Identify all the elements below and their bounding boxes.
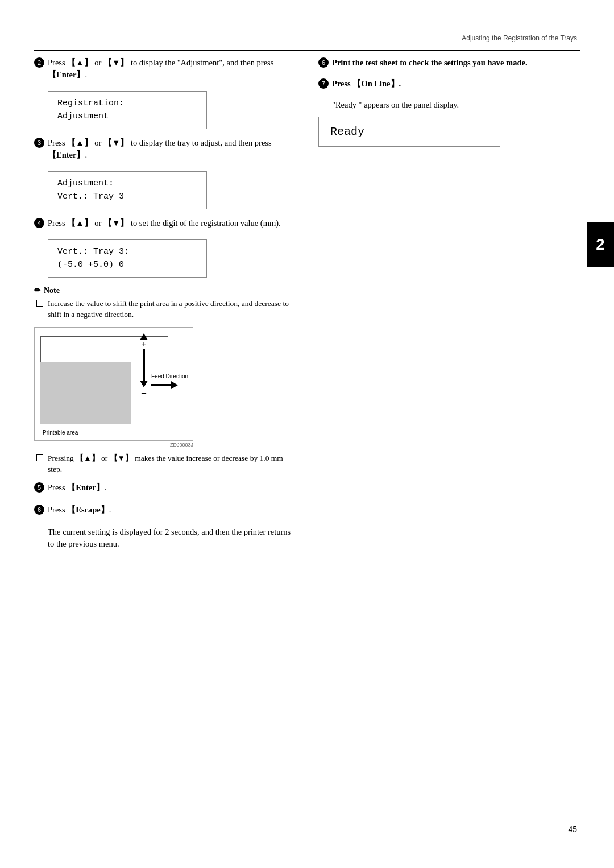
vertical-arrow: + –	[140, 333, 148, 398]
note-text-1: Increase the value to shift the print ar…	[48, 299, 296, 320]
step-3-number: 3	[34, 138, 44, 148]
feed-arrow	[151, 381, 178, 389]
top-rule	[34, 50, 580, 51]
diagram-container: + – Feed Direction	[34, 327, 193, 448]
right-column: 6 Print the test sheet to check the sett…	[318, 57, 580, 811]
note-item-1: Increase the value to shift the print ar…	[34, 299, 296, 320]
left-column: 2 Press 【▲】 or 【▼】 to display the "Adjus…	[34, 57, 296, 811]
step-5: 5 Press 【Enter】.	[34, 482, 296, 494]
header-text: Adjusting the Registration of the Trays	[462, 34, 577, 42]
arrow-shaft-horizontal	[151, 384, 171, 386]
printable-area-label: Printable area	[43, 429, 78, 436]
step-6-desc: The current setting is displayed for 2 s…	[48, 526, 296, 550]
note-pencil-icon: ✏	[34, 286, 41, 295]
page-number: 45	[568, 825, 577, 834]
step-3: 3 Press 【▲】 or 【▼】 to display the tray t…	[34, 137, 296, 161]
section-tab: 2	[587, 222, 614, 267]
plus-sign: +	[141, 340, 146, 349]
ready-lcd: Ready	[318, 117, 500, 147]
arrow-shaft-vertical	[143, 349, 145, 381]
step-7: 7 Press 【On Line】.	[318, 78, 580, 90]
arrow-head-right	[171, 381, 178, 389]
lcd1-line1: Registration:	[57, 98, 124, 108]
note-title: Note	[44, 286, 60, 295]
step-2-text: Press 【▲】 or 【▼】 to display the "Adjustm…	[48, 57, 296, 81]
step-4-number: 4	[34, 218, 44, 228]
columns: 2 Press 【▲】 or 【▼】 to display the "Adjus…	[34, 57, 580, 811]
step-5-text: Press 【Enter】.	[48, 482, 106, 494]
step-2-number: 2	[34, 57, 44, 68]
lcd2-line1: Adjustment:	[57, 179, 114, 188]
note-text-2: Pressing 【▲】 or 【▼】 makes the value incr…	[48, 453, 296, 475]
lcd-display-1: Registration: Adjustment	[48, 91, 207, 129]
ready-description: "Ready " appears on the panel display.	[332, 99, 580, 111]
lcd3-line2: (-5.0 +5.0) 0	[57, 260, 124, 270]
arrow-head-down	[140, 381, 148, 387]
minus-sign: –	[142, 388, 146, 398]
note-item-2: Pressing 【▲】 or 【▼】 makes the value incr…	[34, 453, 296, 475]
step-6-left-text: Press 【Escape】.	[48, 504, 111, 516]
step-6-right: 6 Print the test sheet to check the sett…	[318, 57, 580, 69]
note-checkbox-2	[36, 454, 43, 461]
note-checkbox-1	[36, 300, 43, 307]
step-6-desc-text: The current setting is displayed for 2 s…	[48, 527, 291, 548]
lcd-display-3: Vert.: Tray 3: (-5.0 +5.0) 0	[48, 239, 207, 278]
step-5-number: 5	[34, 482, 44, 493]
print-area	[40, 362, 131, 424]
step-4: 4 Press 【▲】 or 【▼】 to set the digit of t…	[34, 217, 296, 229]
feed-direction: Feed Direction	[151, 373, 188, 389]
diagram-id: ZDJ0003J	[34, 442, 193, 448]
note-section: ✏ Note Increase the value to shift the p…	[34, 286, 296, 320]
ready-desc-text: "Ready " appears on the panel display.	[332, 100, 459, 109]
step-7-number: 7	[318, 78, 329, 89]
feed-direction-label: Feed Direction	[151, 373, 188, 379]
step-6-right-text: Print the test sheet to check the settin…	[332, 57, 528, 69]
step-6-right-number: 6	[318, 57, 329, 68]
lcd-display-2: Adjustment: Vert.: Tray 3	[48, 171, 207, 209]
step-7-text: Press 【On Line】.	[332, 78, 401, 90]
step-4-text: Press 【▲】 or 【▼】 to set the digit of the…	[48, 217, 281, 229]
note-header: ✏ Note	[34, 286, 296, 295]
section-number: 2	[596, 235, 605, 254]
lcd2-line2: Vert.: Tray 3	[57, 192, 124, 201]
step-2: 2 Press 【▲】 or 【▼】 to display the "Adjus…	[34, 57, 296, 81]
step-6-left: 6 Press 【Escape】.	[34, 504, 296, 516]
lcd1-line2: Adjustment	[57, 111, 109, 121]
step-3-text: Press 【▲】 or 【▼】 to display the tray to …	[48, 137, 296, 161]
lcd3-line1: Vert.: Tray 3:	[57, 247, 129, 257]
ready-text: Ready	[330, 125, 364, 138]
diagram-image: + – Feed Direction	[34, 327, 193, 441]
page-container: Adjusting the Registration of the Trays …	[0, 0, 614, 868]
step-6-left-number: 6	[34, 505, 44, 515]
